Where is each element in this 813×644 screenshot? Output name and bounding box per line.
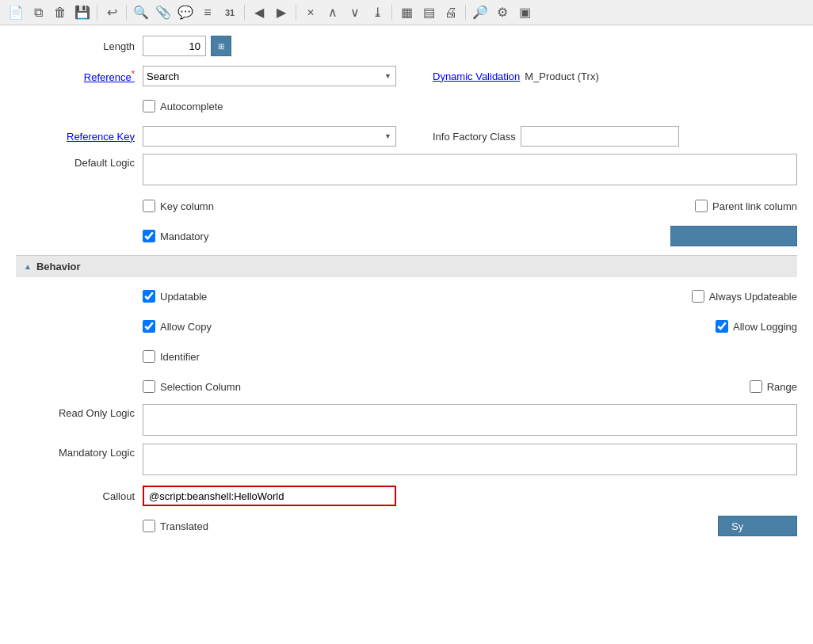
separator-6 bbox=[465, 5, 466, 21]
read-only-logic-row: Read Only Logic bbox=[16, 404, 797, 439]
mandatory-group: Mandatory bbox=[143, 230, 208, 242]
translated-checkbox[interactable] bbox=[143, 520, 155, 532]
allow-logging-label: Allow Logging bbox=[733, 321, 797, 333]
toolbar: 📄 ⧉ 🗑 💾 ↩ 🔍 📎 💬 ≡ 31 ◀ ▶ ✕ ∧ ∨ ⤓ ▦ ▤ 🖨 🔎… bbox=[0, 0, 813, 25]
up-icon[interactable]: ∧ bbox=[323, 3, 342, 22]
prev-icon[interactable]: ◀ bbox=[250, 3, 269, 22]
info-factory-label: Info Factory Class bbox=[433, 131, 516, 143]
grid-icon[interactable]: ▦ bbox=[397, 3, 416, 22]
calendar-icon[interactable]: 31 bbox=[220, 3, 239, 22]
length-input[interactable] bbox=[143, 36, 206, 56]
copy-icon[interactable]: ⧉ bbox=[29, 3, 48, 22]
undo-icon[interactable]: ↩ bbox=[102, 3, 121, 22]
down-icon[interactable]: ∨ bbox=[345, 3, 365, 22]
range-right: Range bbox=[750, 380, 797, 393]
key-column-row: Key column Parent link column bbox=[16, 193, 797, 219]
dynamic-validation-value: M_Product (Trx) bbox=[525, 70, 598, 82]
sync-button[interactable]: Sy bbox=[718, 516, 797, 536]
identifier-group: Identifier bbox=[143, 350, 200, 363]
callout-input[interactable] bbox=[143, 486, 396, 506]
form-icon[interactable]: ▤ bbox=[419, 3, 438, 22]
reference-label[interactable]: Reference* bbox=[16, 69, 143, 83]
mandatory-label: Mandatory bbox=[160, 231, 208, 242]
reference-content: Search List Table String Dynamic Validat… bbox=[143, 66, 797, 86]
mandatory-logic-textarea[interactable] bbox=[143, 444, 797, 475]
new-icon[interactable]: 📄 bbox=[6, 3, 25, 22]
mandatory-logic-label: Mandatory Logic bbox=[16, 444, 143, 459]
identifier-left: Identifier bbox=[143, 350, 586, 363]
selection-column-row: Selection Column Range bbox=[16, 374, 797, 399]
reference-select-wrapper: Search List Table String bbox=[143, 66, 396, 86]
identifier-checkbox[interactable] bbox=[143, 350, 155, 363]
allow-copy-left: Allow Copy bbox=[143, 320, 586, 333]
length-row: Length ⊞ bbox=[16, 33, 797, 59]
autocomplete-content: Autocomplete bbox=[143, 100, 797, 112]
autocomplete-group: Autocomplete bbox=[143, 100, 223, 112]
dynamic-validation-label[interactable]: Dynamic Validation bbox=[433, 70, 520, 82]
parent-link-checkbox[interactable] bbox=[695, 200, 708, 212]
updatable-checkbox[interactable] bbox=[143, 290, 155, 303]
behavior-triangle-icon: ▲ bbox=[24, 262, 32, 271]
info-factory-input[interactable] bbox=[521, 126, 679, 147]
reference-key-row: Reference Key Info Factory Class bbox=[16, 124, 797, 149]
always-updateable-right: Always Updateable bbox=[692, 290, 797, 303]
save-icon[interactable]: 💾 bbox=[73, 3, 92, 22]
mandatory-blue-button[interactable] bbox=[670, 226, 797, 246]
separator-1 bbox=[97, 5, 97, 21]
range-checkbox[interactable] bbox=[750, 380, 762, 393]
always-updateable-checkbox[interactable] bbox=[692, 290, 704, 303]
parent-link-right: Parent link column bbox=[695, 200, 797, 212]
key-column-label: Key column bbox=[160, 200, 214, 212]
delete-icon[interactable]: 🗑 bbox=[51, 3, 70, 22]
range-label: Range bbox=[767, 381, 797, 393]
chat-icon[interactable]: 💬 bbox=[176, 3, 195, 22]
translated-label: Translated bbox=[160, 520, 208, 532]
attachment-icon[interactable]: 📎 bbox=[154, 3, 173, 22]
default-logic-textarea[interactable] bbox=[143, 154, 797, 185]
updatable-row: Updatable Always Updateable bbox=[16, 284, 797, 309]
allow-copy-checkbox[interactable] bbox=[143, 320, 155, 333]
behavior-section-label: Behavior bbox=[36, 261, 81, 272]
length-label: Length bbox=[16, 40, 143, 52]
always-updateable-label: Always Updateable bbox=[709, 291, 797, 303]
allow-logging-checkbox[interactable] bbox=[716, 320, 728, 333]
callout-label: Callout bbox=[16, 490, 143, 502]
identifier-row: Identifier bbox=[16, 344, 797, 369]
length-button[interactable]: ⊞ bbox=[211, 36, 231, 56]
read-only-logic-label: Read Only Logic bbox=[16, 404, 143, 419]
note-icon[interactable]: ≡ bbox=[198, 3, 217, 22]
separator-5 bbox=[391, 5, 392, 21]
read-only-logic-content bbox=[143, 404, 797, 438]
find-icon[interactable]: 🔍 bbox=[132, 3, 151, 22]
zoom-icon[interactable]: 🔎 bbox=[471, 3, 490, 22]
separator-4 bbox=[296, 5, 296, 21]
translated-group: Translated bbox=[143, 520, 208, 532]
autocomplete-checkbox[interactable] bbox=[143, 100, 155, 112]
separator-3 bbox=[244, 5, 245, 21]
selection-column-left: Selection Column bbox=[143, 380, 586, 393]
reference-key-label[interactable]: Reference Key bbox=[16, 131, 143, 143]
reference-key-select[interactable] bbox=[143, 126, 396, 147]
form-container: Length ⊞ Reference* Search List Table St… bbox=[0, 25, 813, 644]
mandatory-logic-content bbox=[143, 444, 797, 478]
sync-right: Sy bbox=[718, 516, 797, 536]
default-logic-row: Default Logic bbox=[16, 154, 797, 189]
read-only-logic-textarea[interactable] bbox=[143, 404, 797, 436]
layout-icon[interactable]: ▣ bbox=[515, 3, 534, 22]
print-icon[interactable]: 🖨 bbox=[441, 3, 460, 22]
translated-row: Translated Sy bbox=[16, 513, 797, 539]
dynamic-validation-section: Dynamic Validation M_Product (Trx) bbox=[433, 70, 599, 82]
gear-icon[interactable]: ⚙ bbox=[493, 3, 512, 22]
updatable-group: Updatable bbox=[143, 290, 207, 303]
selection-column-checkbox[interactable] bbox=[143, 380, 155, 393]
allow-copy-label: Allow Copy bbox=[160, 321, 212, 333]
mandatory-checkbox[interactable] bbox=[143, 230, 155, 242]
key-column-checkbox[interactable] bbox=[143, 200, 155, 212]
reference-select[interactable]: Search List Table String bbox=[143, 66, 396, 86]
last-icon[interactable]: ⤓ bbox=[368, 3, 387, 22]
identifier-label: Identifier bbox=[160, 351, 200, 363]
autocomplete-label: Autocomplete bbox=[160, 101, 223, 112]
first-icon[interactable]: ✕ bbox=[301, 3, 320, 22]
next-icon[interactable]: ▶ bbox=[272, 3, 291, 22]
length-content: ⊞ bbox=[143, 36, 797, 56]
